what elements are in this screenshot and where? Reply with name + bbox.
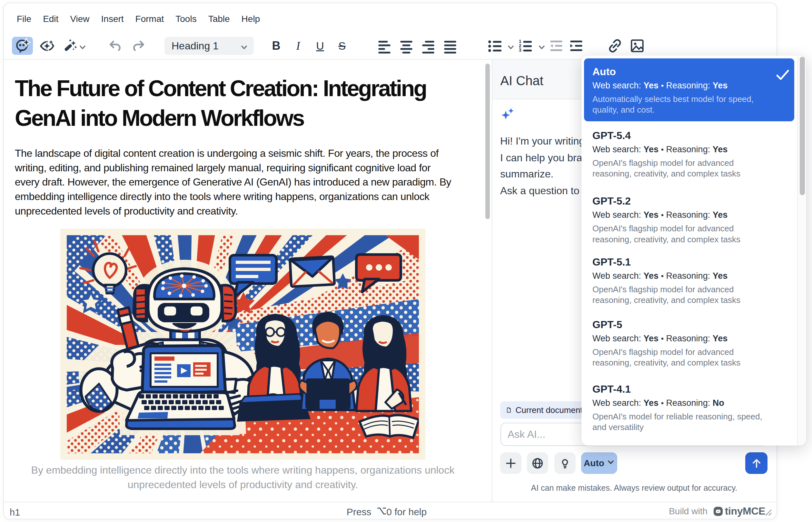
svg-text:3: 3 — [519, 47, 521, 53]
